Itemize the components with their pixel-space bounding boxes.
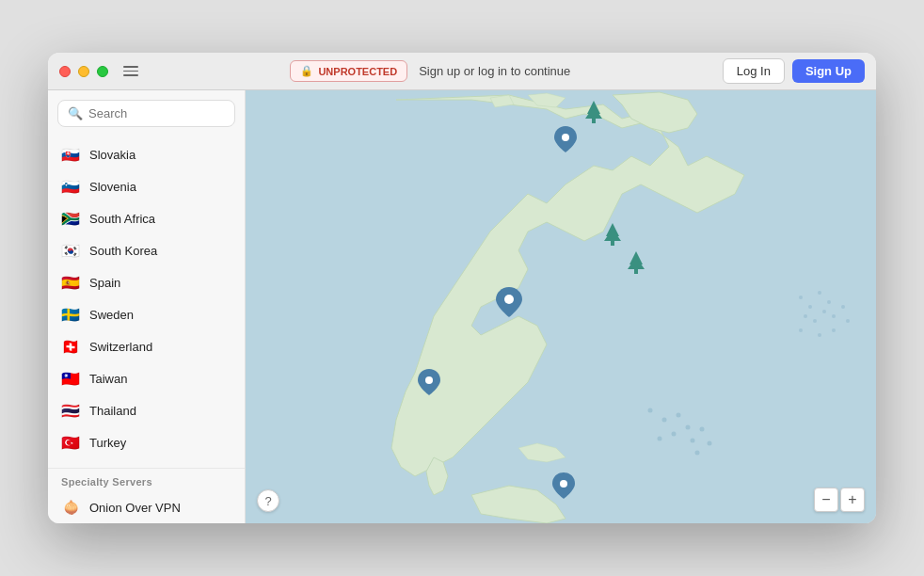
titlebar: 🔒 UNPROTECTED Sign up or log in to conti… — [48, 53, 876, 90]
country-item[interactable]: 🇿🇦South Africa — [48, 202, 245, 234]
svg-point-1 — [799, 296, 803, 299]
country-item[interactable]: 🇹🇼Taiwan — [48, 362, 245, 394]
help-label: ? — [264, 494, 271, 508]
svg-point-36 — [695, 451, 700, 456]
svg-rect-17 — [592, 119, 596, 123]
country-flag: 🇿🇦 — [61, 209, 80, 228]
maximize-button[interactable] — [97, 66, 108, 77]
country-list: 🇸🇰Slovakia🇸🇮Slovenia🇿🇦South Africa🇰🇷Sout… — [48, 136, 245, 468]
country-flag: 🇰🇷 — [61, 241, 80, 260]
svg-point-25 — [425, 376, 433, 384]
specialty-icon: 🧅 — [61, 498, 80, 517]
lock-icon: 🔒 — [300, 65, 313, 77]
svg-point-8 — [832, 314, 836, 318]
country-name: Slovakia — [89, 148, 135, 162]
country-flag: 🇨🇭 — [61, 337, 80, 356]
svg-rect-23 — [634, 269, 638, 274]
help-button[interactable]: ? — [257, 489, 279, 512]
country-name: Sweden — [89, 308, 134, 322]
country-flag: 🇹🇭 — [61, 401, 80, 420]
svg-point-10 — [846, 319, 850, 323]
world-map — [246, 90, 876, 523]
svg-point-32 — [658, 437, 662, 441]
svg-point-13 — [832, 328, 836, 332]
country-name: Slovenia — [89, 180, 136, 194]
titlebar-message: Sign up or log in to continue — [419, 64, 570, 78]
unprotected-label: UNPROTECTED — [318, 66, 397, 77]
country-flag: 🇹🇷 — [61, 433, 80, 452]
map-controls: − + — [814, 488, 865, 512]
minimize-button[interactable] — [78, 66, 89, 77]
close-button[interactable] — [59, 66, 71, 77]
country-item[interactable]: 🇸🇰Slovakia — [48, 138, 245, 170]
svg-point-14 — [562, 134, 569, 141]
login-button[interactable]: Log In — [723, 58, 785, 84]
svg-point-11 — [799, 328, 803, 332]
country-name: South Africa — [89, 212, 155, 226]
svg-point-12 — [818, 333, 821, 337]
specialty-name: Onion Over VPN — [89, 501, 181, 515]
signup-button[interactable]: Sign Up — [792, 59, 865, 83]
svg-point-26 — [560, 480, 567, 488]
zoom-in-button[interactable]: + — [840, 488, 865, 512]
svg-point-9 — [841, 305, 845, 309]
svg-rect-20 — [611, 241, 614, 246]
search-box[interactable]: 🔍 — [57, 100, 235, 127]
svg-point-24 — [504, 295, 514, 304]
country-flag: 🇪🇸 — [61, 273, 80, 292]
unprotected-badge: 🔒 UNPROTECTED — [290, 60, 407, 82]
svg-point-6 — [813, 319, 817, 323]
country-flag: 🇸🇪 — [61, 305, 80, 324]
country-name: Thailand — [89, 404, 136, 418]
country-flag: 🇹🇼 — [61, 369, 80, 388]
svg-point-3 — [818, 291, 821, 295]
svg-point-5 — [804, 314, 807, 318]
zoom-out-button[interactable]: − — [814, 488, 838, 512]
svg-point-29 — [677, 413, 681, 418]
svg-point-4 — [827, 300, 831, 304]
specialty-section-label: Specialty Servers — [48, 468, 245, 491]
search-input[interactable] — [88, 106, 225, 120]
country-item[interactable]: 🇸🇮Slovenia — [48, 170, 245, 202]
country-item[interactable]: 🇨🇭Switzerland — [48, 330, 245, 362]
country-item[interactable]: 🇰🇷South Korea — [48, 234, 245, 266]
map-area: ? − + — [246, 90, 876, 523]
content-area: 🔍 🇸🇰Slovakia🇸🇮Slovenia🇿🇦South Africa🇰🇷So… — [48, 90, 876, 523]
country-name: South Korea — [89, 244, 157, 258]
specialty-item[interactable]: 🧅Onion Over VPN — [48, 491, 245, 523]
svg-point-31 — [672, 432, 677, 437]
country-item[interactable]: 🇹🇷Turkey — [48, 426, 245, 458]
svg-point-30 — [686, 425, 691, 430]
sidebar: 🔍 🇸🇰Slovakia🇸🇮Slovenia🇿🇦South Africa🇰🇷So… — [48, 90, 246, 523]
country-flag: 🇸🇰 — [61, 145, 80, 164]
search-icon: 🔍 — [68, 106, 83, 120]
svg-point-28 — [662, 418, 667, 423]
svg-point-2 — [808, 305, 812, 309]
svg-point-27 — [648, 408, 653, 413]
country-item[interactable]: 🇸🇪Sweden — [48, 298, 245, 330]
menu-icon[interactable] — [123, 66, 138, 76]
country-name: Spain — [89, 276, 120, 290]
country-item[interactable]: 🇺🇦Ukraine — [48, 458, 245, 468]
svg-point-7 — [822, 310, 826, 313]
svg-point-35 — [708, 441, 712, 446]
titlebar-actions: Log In Sign Up — [723, 58, 865, 84]
svg-point-34 — [700, 427, 705, 432]
country-item[interactable]: 🇹🇭Thailand — [48, 394, 245, 426]
svg-point-33 — [691, 439, 695, 443]
country-name: Switzerland — [89, 340, 152, 354]
specialty-list: 🧅Onion Over VPN — [48, 491, 245, 523]
titlebar-center: 🔒 UNPROTECTED Sign up or log in to conti… — [146, 60, 715, 82]
app-window: 🔒 UNPROTECTED Sign up or log in to conti… — [48, 53, 876, 523]
country-name: Taiwan — [89, 372, 127, 386]
country-name: Turkey — [89, 436, 126, 450]
country-item[interactable]: 🇪🇸Spain — [48, 266, 245, 298]
country-flag: 🇸🇮 — [61, 177, 80, 196]
